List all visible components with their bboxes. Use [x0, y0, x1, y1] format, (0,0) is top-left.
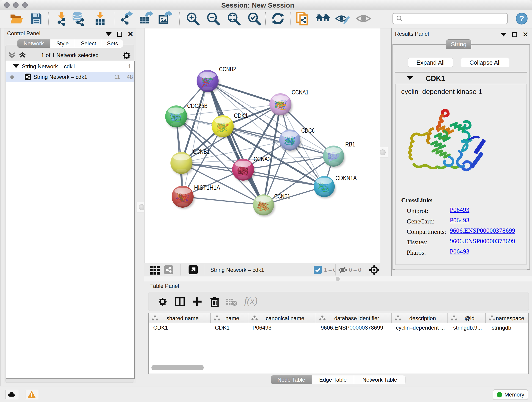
- svg-text:CDC25B: CDC25B: [187, 102, 208, 109]
- svg-text:CCNB1: CCNB1: [193, 148, 210, 155]
- svg-text:CCNA2: CCNA2: [254, 155, 271, 162]
- svg-text:CCNA1: CCNA1: [292, 89, 309, 96]
- svg-text:CDKN1A: CDKN1A: [336, 174, 357, 182]
- svg-text:HIST1H1A: HIST1H1A: [194, 184, 220, 191]
- svg-text:CCNE1: CCNE1: [274, 193, 290, 200]
- svg-text:CDK1: CDK1: [234, 112, 248, 119]
- svg-text:?: ?: [519, 14, 524, 23]
- svg-text:RB1: RB1: [345, 141, 355, 148]
- svg-text:CCNB2: CCNB2: [219, 65, 236, 73]
- svg-text:CDC6: CDC6: [301, 127, 315, 134]
